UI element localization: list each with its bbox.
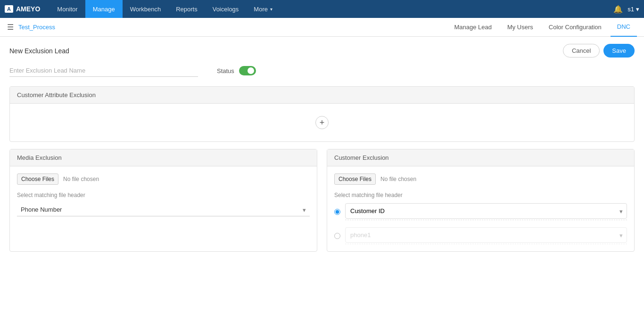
bell-icon[interactable]: 🔔 [613,5,623,14]
radio-customer-id-content: Customer ID [345,203,627,220]
process-link[interactable]: Test_Process [18,24,55,31]
customer-matching-label: Select matching file header [334,192,627,198]
sub-nav-right: Manage Lead My Users Color Configuration… [447,18,637,37]
customer-attribute-section: Customer Attribute Exclusion + [9,86,635,142]
nav-reports[interactable]: Reports [168,0,205,18]
phone1-select-wrapper: phone1 [345,227,627,243]
status-group: Status [217,66,256,75]
media-file-name: No file chosen [63,176,99,182]
nav-workbench[interactable]: Workbench [123,0,169,18]
form-header: New Exclusion Lead Cancel Save [9,44,635,58]
media-choose-files-button[interactable]: Choose Files [17,173,58,185]
action-buttons: Cancel Save [563,44,635,58]
customer-id-divider [345,220,627,220]
nav-more[interactable]: More ▾ [246,0,280,18]
toggle-slider [239,66,256,75]
customer-attribute-header: Customer Attribute Exclusion [10,87,634,104]
exclusion-columns: Media Exclusion Choose Files No file cho… [9,149,635,252]
customer-exclusion-body: Choose Files No file chosen Select match… [327,166,634,251]
logo-icon: A [5,5,13,13]
customer-exclusion-header: Customer Exclusion [327,149,634,166]
media-exclusion-body: Choose Files No file chosen Select match… [10,166,317,223]
user-chevron-icon: ▾ [636,6,639,13]
radio-phone1[interactable] [334,233,340,239]
logo: A AMEYO [5,5,40,13]
save-button[interactable]: Save [603,44,635,58]
customer-id-select[interactable]: Customer ID [350,207,612,214]
customer-id-select-wrapper: Customer ID [345,203,627,219]
radio-phone1-content: phone1 [345,227,627,244]
media-exclusion-section: Media Exclusion Choose Files No file cho… [9,149,317,252]
phone1-select[interactable]: phone1 [350,231,612,239]
status-label: Status [217,67,234,74]
phone1-divider [345,244,627,244]
media-matching-label: Select matching file header [17,192,310,198]
logo-text: AMEYO [16,5,40,13]
top-navigation: A AMEYO Monitor Manage Workbench Reports… [0,0,644,18]
nav-voicelogs[interactable]: Voicelogs [205,0,247,18]
radio-option-customer-id: Customer ID [334,203,627,220]
hamburger-icon[interactable]: ☰ [7,23,14,32]
user-badge[interactable]: s1 ▾ [627,6,639,13]
tab-my-users[interactable]: My Users [501,18,540,37]
page-content: New Exclusion Lead Cancel Save Status Cu… [0,37,644,313]
customer-choose-files-button[interactable]: Choose Files [334,173,376,185]
customer-file-name: No file chosen [380,176,416,182]
nav-monitor[interactable]: Monitor [50,0,85,18]
chevron-down-icon: ▾ [270,7,272,12]
radio-customer-id[interactable] [334,209,340,215]
customer-exclusion-section: Customer Exclusion Choose Files No file … [327,149,635,252]
add-attribute-button[interactable]: + [315,116,329,129]
radio-option-phone1: phone1 [334,227,627,244]
sub-navigation: ☰ Test_Process Manage Lead My Users Colo… [0,18,644,37]
nav-manage[interactable]: Manage [85,0,123,18]
lead-name-field [9,65,198,77]
nav-items: Monitor Manage Workbench Reports Voicelo… [50,0,613,18]
media-exclusion-header: Media Exclusion [10,149,317,166]
sub-nav-left: ☰ Test_Process [7,23,55,32]
media-file-row: Choose Files No file chosen [17,173,310,185]
tab-dnc[interactable]: DNC [611,18,637,37]
customer-attribute-body: + [10,104,634,141]
nav-right: 🔔 s1 ▾ [613,5,639,14]
lead-name-input[interactable] [9,65,198,77]
cancel-button[interactable]: Cancel [563,44,600,58]
tab-color-configuration[interactable]: Color Configuration [542,18,608,37]
media-header-select[interactable]: Phone Number [17,203,310,216]
page-title: New Exclusion Lead [9,47,69,55]
customer-radio-group: Customer ID phone1 [334,203,627,244]
media-header-select-wrapper: Phone Number [17,203,310,216]
customer-file-row: Choose Files No file chosen [334,173,627,185]
lead-name-status-row: Status [9,65,635,77]
status-toggle[interactable] [239,66,256,75]
tab-manage-lead[interactable]: Manage Lead [447,18,498,37]
